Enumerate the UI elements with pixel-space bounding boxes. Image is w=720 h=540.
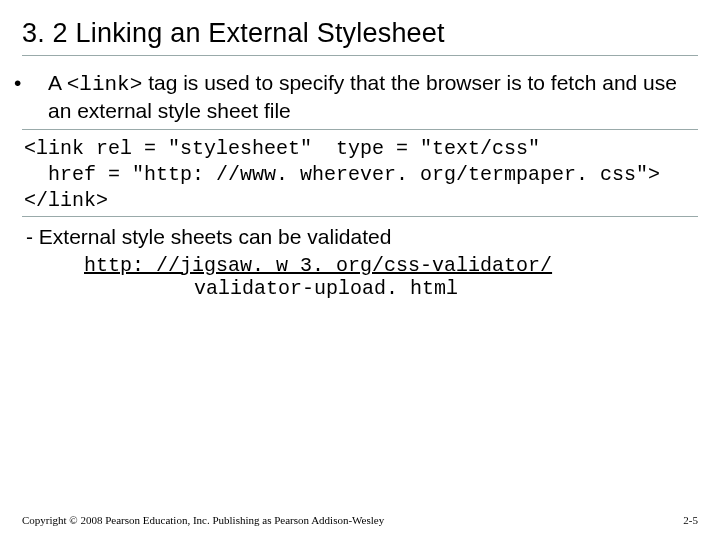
code-line-1: <link rel = "stylesheet" type = "text/cs… (24, 137, 540, 160)
dash-text: External style sheets can be validated (39, 225, 392, 248)
page-number: 2-5 (683, 514, 698, 526)
code-line-2: href = "http: //www. wherever. org/termp… (24, 163, 660, 186)
bullet-dot: • (31, 70, 48, 96)
bullet-rest: tag is used to specify that the browser … (48, 71, 677, 122)
validator-link-line2: validator-upload. html (194, 277, 698, 300)
slide: 3. 2 Linking an External Stylesheet •A <… (0, 0, 720, 540)
bullet-code: <link> (67, 73, 143, 96)
validator-link[interactable]: http: //jigsaw. w 3. org/css-validator/ (84, 254, 698, 277)
sep-rule-2 (22, 216, 698, 217)
copyright-footer: Copyright © 2008 Pearson Education, Inc.… (22, 514, 384, 526)
title-rule (22, 55, 698, 56)
bullet-item: •A <link> tag is used to specify that th… (22, 70, 698, 125)
code-block: <link rel = "stylesheet" type = "text/cs… (24, 136, 698, 214)
code-line-3: </link> (24, 189, 108, 212)
sep-rule-1 (22, 129, 698, 130)
slide-title: 3. 2 Linking an External Stylesheet (22, 18, 698, 49)
dash-marker: - (26, 225, 39, 248)
bullet-prefix: A (48, 71, 67, 94)
dash-item: - External style sheets can be validated (22, 223, 698, 250)
